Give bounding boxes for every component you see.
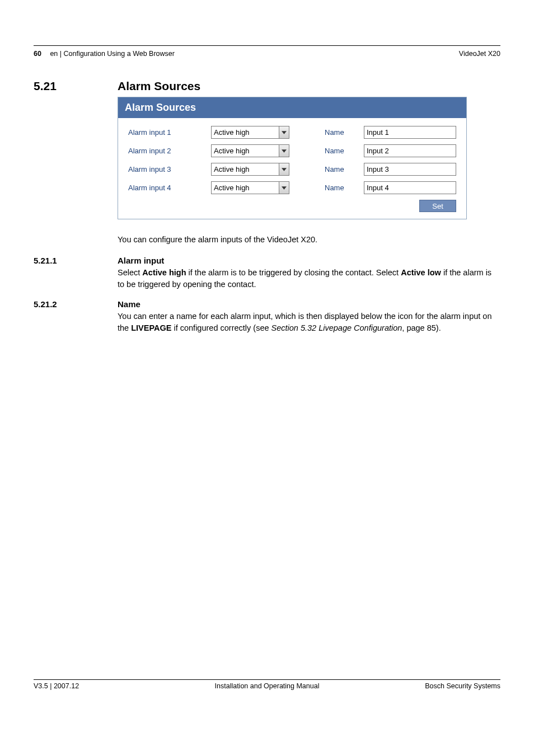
header-breadcrumb: en | Configuration Using a Web Browser [50, 50, 175, 58]
subsection-1-title: Alarm input [118, 256, 164, 265]
footer-company: Bosch Security Systems [425, 682, 500, 690]
alarm-input-4-label: Alarm input 4 [128, 184, 211, 192]
alarm-input-2-dropdown[interactable]: Active high [211, 144, 289, 157]
alarm-input-2-name-field[interactable]: Input 2 [364, 144, 456, 157]
alarm-input-3-dropdown-value: Active high [212, 163, 279, 175]
alarm-input-row-2: Alarm input 2 Active high Name Input 2 [128, 144, 456, 157]
header-product: VideoJet X20 [459, 50, 500, 58]
alarm-input-row-4: Alarm input 4 Active high Name Input 4 [128, 181, 456, 194]
set-button[interactable]: Set [419, 200, 456, 212]
alarm-input-1-label: Alarm input 1 [128, 128, 211, 137]
panel-title: Alarm Sources [118, 97, 466, 118]
alarm-input-2-dropdown-value: Active high [212, 145, 279, 157]
alarm-input-4-name-label: Name [313, 184, 364, 192]
chevron-down-icon[interactable] [279, 126, 289, 138]
alarm-input-3-label: Alarm input 3 [128, 165, 211, 173]
subsection-1-number: 5.21.1 [34, 256, 57, 265]
chevron-down-icon[interactable] [279, 145, 289, 157]
alarm-input-4-dropdown[interactable]: Active high [211, 181, 289, 194]
alarm-input-row-3: Alarm input 3 Active high Name Input 3 [128, 163, 456, 176]
alarm-input-4-dropdown-value: Active high [212, 182, 279, 194]
chevron-down-icon[interactable] [279, 182, 289, 194]
intro-text: You can configure the alarm inputs of th… [118, 234, 498, 246]
alarm-input-3-name-label: Name [313, 165, 364, 173]
alarm-input-3-name-field[interactable]: Input 3 [364, 163, 456, 176]
footer-rule [34, 679, 500, 680]
subsection-1-text: Select Active high if the alarm is to be… [118, 267, 498, 290]
alarm-input-2-name-label: Name [313, 147, 364, 155]
alarm-input-1-dropdown[interactable]: Active high [211, 126, 289, 139]
alarm-input-4-name-field[interactable]: Input 4 [364, 181, 456, 194]
alarm-input-1-dropdown-value: Active high [212, 126, 279, 138]
alarm-sources-panel: Alarm Sources Alarm input 1 Active high … [118, 97, 467, 219]
alarm-input-1-name-label: Name [313, 128, 364, 137]
subsection-2-number: 5.21.2 [34, 299, 57, 309]
alarm-input-3-dropdown[interactable]: Active high [211, 163, 289, 176]
subsection-2-text: You can enter a name for each alarm inpu… [118, 311, 498, 334]
subsection-2-title: Name [118, 299, 140, 309]
section-number: 5.21 [34, 79, 57, 93]
chevron-down-icon[interactable] [279, 163, 289, 175]
page-number: 60 [34, 50, 41, 58]
header-rule [34, 45, 500, 46]
section-title: Alarm Sources [118, 79, 200, 93]
alarm-input-1-name-field[interactable]: Input 1 [364, 126, 456, 139]
alarm-input-row-1: Alarm input 1 Active high Name Input 1 [128, 126, 456, 139]
alarm-input-2-label: Alarm input 2 [128, 147, 211, 155]
panel-body: Alarm input 1 Active high Name Input 1 A… [118, 118, 466, 219]
header-left: 60 en | Configuration Using a Web Browse… [34, 50, 175, 58]
